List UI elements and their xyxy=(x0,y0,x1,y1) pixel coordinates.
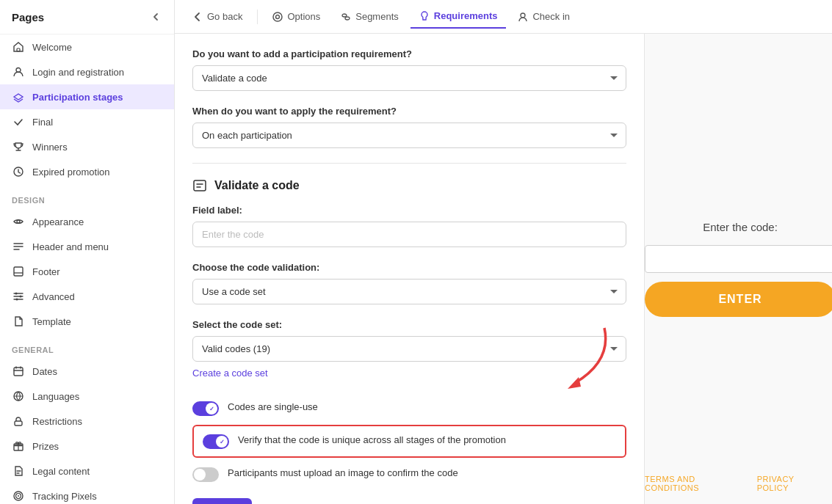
toggle-row-single-use: ✓ Codes are single-use xyxy=(192,393,626,423)
toggle-label-single-use: Codes are single-use xyxy=(228,401,318,414)
sidebar-item-final[interactable]: Final xyxy=(0,109,174,134)
toggle-single-use[interactable]: ✓ xyxy=(192,401,219,416)
sidebar-item-participation-stages[interactable]: Participation stages xyxy=(0,84,174,109)
general-section-label: General xyxy=(0,334,174,359)
svg-rect-10 xyxy=(15,421,22,426)
toggle-row-unique-stages: ✓ Verify that the code is unique across … xyxy=(192,425,626,458)
apply-req-section: When do you want to apply the requiremen… xyxy=(192,106,626,148)
field-label-title: Field label: xyxy=(192,205,626,216)
preview-code-input[interactable] xyxy=(645,245,832,273)
sidebar-item-advanced[interactable]: Advanced xyxy=(0,284,174,309)
svg-rect-0 xyxy=(17,48,20,51)
participation-req-section: Do you want to add a participation requi… xyxy=(192,48,626,91)
sidebar-item-header-menu[interactable]: Header and menu xyxy=(0,234,174,259)
design-section-label: Design xyxy=(0,184,174,209)
clock-icon xyxy=(12,165,25,178)
save-button[interactable]: Save xyxy=(192,498,252,504)
home-icon xyxy=(12,40,25,54)
preview-footer: TERMS AND CONDITIONS PRIVACY POLICY xyxy=(645,475,824,492)
content-area: Do you want to add a participation requi… xyxy=(175,34,832,504)
sidebar-header: Pages xyxy=(0,0,174,34)
toggle-unique-stages[interactable]: ✓ xyxy=(203,434,229,449)
globe-icon xyxy=(12,390,25,403)
preview-label: Enter the code: xyxy=(703,221,778,233)
trophy-icon xyxy=(12,140,25,153)
code-validation-select[interactable]: Use a code set xyxy=(192,279,626,304)
eye-icon xyxy=(12,215,25,228)
main-content: Go back Options Segments Requirements xyxy=(175,0,832,504)
sidebar-title: Pages xyxy=(12,11,44,23)
top-navigation: Go back Options Segments Requirements xyxy=(175,0,832,34)
file-text-icon xyxy=(12,464,25,478)
field-label-input[interactable] xyxy=(192,222,626,247)
check-icon xyxy=(12,115,25,128)
apply-req-select[interactable]: On each participation xyxy=(192,123,626,148)
svg-point-15 xyxy=(18,495,19,497)
pages-nav: WelcomeLogin and registrationParticipati… xyxy=(0,34,174,184)
terms-conditions-link[interactable]: TERMS AND CONDITIONS xyxy=(645,475,745,492)
svg-point-7 xyxy=(16,299,18,301)
sidebar-item-welcome[interactable]: Welcome xyxy=(0,34,174,59)
svg-point-19 xyxy=(345,17,350,20)
section-divider xyxy=(192,163,626,164)
left-panel: Do you want to add a participation requi… xyxy=(175,34,645,504)
svg-point-20 xyxy=(521,13,525,18)
svg-marker-22 xyxy=(568,377,581,389)
participation-req-select[interactable]: Validate a code xyxy=(192,65,626,91)
code-validation-section: Choose the code validation: Use a code s… xyxy=(192,262,626,304)
requirements-button[interactable]: Requirements xyxy=(410,4,507,29)
sidebar-collapse-button[interactable] xyxy=(149,10,162,23)
svg-point-16 xyxy=(276,15,280,18)
svg-point-6 xyxy=(20,296,22,298)
sidebar-item-prizes[interactable]: Prizes xyxy=(0,434,174,459)
design-nav: AppearanceHeader and menuFooterAdvancedT… xyxy=(0,209,174,334)
sidebar-item-tracking-pixels[interactable]: Tracking Pixels xyxy=(0,483,174,504)
svg-rect-4 xyxy=(14,267,23,276)
go-back-button[interactable]: Go back xyxy=(184,5,251,28)
gift-icon xyxy=(12,439,25,453)
file-icon xyxy=(12,315,25,328)
svg-point-3 xyxy=(17,220,20,223)
svg-rect-8 xyxy=(14,368,23,376)
menu-icon xyxy=(12,240,25,253)
sidebar-item-dates[interactable]: Dates xyxy=(0,359,174,384)
nav-divider xyxy=(257,10,258,24)
general-nav: DatesLanguagesRestrictionsPrizesLegal co… xyxy=(0,359,174,504)
validate-code-title: Validate a code xyxy=(192,178,626,193)
toggle-upload-image[interactable] xyxy=(192,467,219,482)
target-icon xyxy=(12,489,25,503)
right-panel: Enter the code: ENTER TERMS AND CONDITIO… xyxy=(645,34,832,504)
participation-req-label: Do you want to add a participation requi… xyxy=(192,48,626,59)
code-validation-label: Choose the code validation: xyxy=(192,262,626,273)
sliders-icon xyxy=(12,290,25,303)
sidebar-item-template[interactable]: Template xyxy=(0,309,174,334)
create-code-set-link[interactable]: Create a code set xyxy=(192,368,268,379)
field-label-section: Field label: xyxy=(192,205,626,247)
toggle-row-upload-image: Participants must upload an image to con… xyxy=(192,459,626,489)
layers-icon xyxy=(12,90,25,103)
calendar-icon xyxy=(12,365,25,378)
sidebar-item-appearance[interactable]: Appearance xyxy=(0,209,174,234)
sidebar-item-expired-promotion[interactable]: Expired promotion xyxy=(0,159,174,184)
sidebar-item-login-registration[interactable]: Login and registration xyxy=(0,59,174,84)
toggle-label-unique-stages: Verify that the code is unique across al… xyxy=(238,434,506,447)
preview-enter-button[interactable]: ENTER xyxy=(645,282,832,317)
layout-icon xyxy=(12,265,25,278)
lock-icon xyxy=(12,414,25,428)
svg-rect-21 xyxy=(194,180,206,191)
sidebar-item-restrictions[interactable]: Restrictions xyxy=(0,409,174,434)
segments-button[interactable]: Segments xyxy=(332,5,408,28)
svg-point-5 xyxy=(15,293,18,295)
svg-point-17 xyxy=(273,12,282,21)
sidebar-item-legal-content[interactable]: Legal content xyxy=(0,459,174,483)
sidebar-item-winners[interactable]: Winners xyxy=(0,134,174,159)
svg-point-18 xyxy=(342,14,347,17)
sidebar-item-languages[interactable]: Languages xyxy=(0,384,174,409)
toggles-container: ✓ Codes are single-use ✓ Verify that the… xyxy=(192,393,626,489)
user-icon xyxy=(12,65,25,78)
options-button[interactable]: Options xyxy=(264,5,329,28)
privacy-policy-link[interactable]: PRIVACY POLICY xyxy=(757,475,824,492)
sidebar-item-footer[interactable]: Footer xyxy=(0,259,174,284)
check-in-button[interactable]: Check in xyxy=(509,5,579,28)
toggle-label-upload-image: Participants must upload an image to con… xyxy=(228,467,458,480)
